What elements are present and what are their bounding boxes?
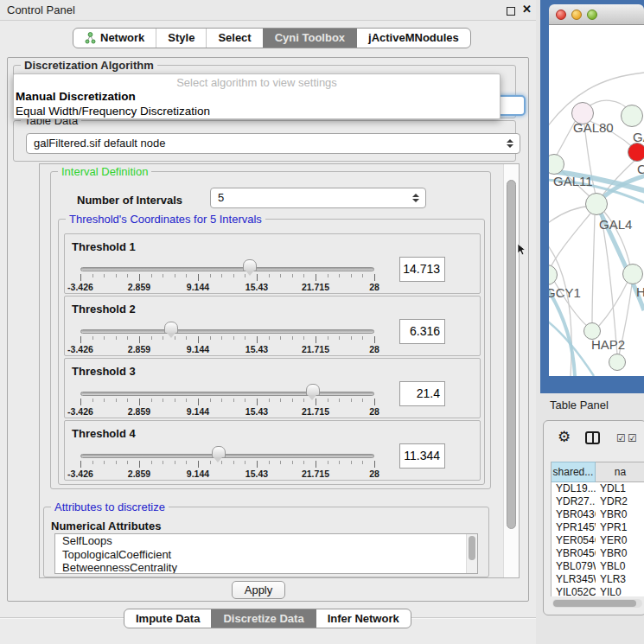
threshold-value-field[interactable]: 14.713: [399, 257, 445, 282]
tab-select[interactable]: Select: [206, 29, 262, 48]
network-node[interactable]: [585, 193, 608, 215]
checkbox-icon[interactable]: ☑: [616, 432, 626, 444]
slider-ruler: [80, 399, 374, 406]
zoom-traffic-light-icon[interactable]: [587, 10, 597, 20]
table-row[interactable]: YPR145WYPR1: [552, 521, 644, 534]
thresholds-group: Threshold's Coordinates for 5 Intervals …: [58, 219, 485, 485]
network-icon: [85, 32, 96, 44]
tick-label: 2.859: [128, 282, 150, 292]
tab-jactivemnodules[interactable]: jActiveMNodules: [356, 29, 470, 48]
slider-track[interactable]: [80, 267, 374, 271]
slider-track[interactable]: [80, 329, 374, 334]
cell-shared-name: YPR145W: [552, 521, 596, 534]
table-data-combo[interactable]: galFiltered.sif default node: [26, 133, 520, 154]
tick: [92, 274, 93, 277]
slider-track[interactable]: [80, 392, 374, 396]
close-icon[interactable]: ✕: [522, 3, 532, 16]
list-item[interactable]: SelfLoops: [55, 534, 477, 548]
float-window-icon[interactable]: [507, 7, 515, 16]
table-row[interactable]: YIL052CYIL0: [552, 586, 644, 596]
gear-icon[interactable]: ⚙: [558, 428, 571, 446]
checkbox-icon[interactable]: ☑: [628, 432, 637, 444]
minimize-traffic-light-icon[interactable]: [571, 10, 582, 20]
table-row[interactable]: YBL079WYBL0: [552, 560, 644, 573]
tick-label: 28: [369, 469, 379, 479]
tick: [127, 461, 128, 464]
threshold-value-field[interactable]: 21.4: [399, 381, 445, 406]
apply-button[interactable]: Apply: [232, 581, 285, 599]
slider-thumb[interactable]: [212, 446, 226, 458]
column-header-name[interactable]: na: [596, 462, 644, 482]
network-canvas[interactable]: GAL80GACGAL11GAL4GCY1HHAP2: [549, 25, 644, 376]
dropdown-option-equal-width-frequency[interactable]: Equal Width/Frequency Discretization: [14, 104, 500, 118]
tick: [92, 461, 93, 464]
interval-definition-group: Interval Definition Number of Intervals …: [50, 171, 491, 489]
tick: [80, 336, 81, 343]
dropdown-option-manual-discretization[interactable]: Manual Discretization: [14, 89, 500, 104]
tab-impute-data[interactable]: Impute Data: [124, 609, 211, 628]
tick: [233, 461, 234, 464]
tick: [139, 336, 140, 343]
cell-shared-name: YLR345W: [552, 573, 596, 586]
attributes-list[interactable]: SelfLoopsTopologicalCoefficientBetweenne…: [54, 533, 478, 574]
network-node[interactable]: [622, 264, 643, 284]
attributes-scrollbar[interactable]: [466, 534, 477, 573]
list-item[interactable]: BetweennessCentrality: [55, 561, 477, 574]
scrollbar-thumb[interactable]: [469, 536, 475, 560]
list-item[interactable]: TopologicalCoefficient: [55, 548, 477, 562]
network-window[interactable]: GAL80GACGAL11GAL4GCY1HHAP2: [549, 4, 644, 377]
tick: [80, 274, 81, 281]
spinner-icon: [412, 194, 419, 202]
tick: [303, 336, 304, 340]
table-row[interactable]: YBR043CYBR0: [552, 508, 644, 521]
mouse-cursor: [517, 243, 527, 260]
table-row[interactable]: YDL19...YDL1: [552, 482, 644, 495]
tab-style[interactable]: Style: [156, 29, 206, 48]
scrollbar-thumb[interactable]: [553, 600, 636, 607]
tick: [292, 399, 293, 402]
tick: [163, 274, 163, 277]
network-node[interactable]: [621, 105, 643, 127]
tab-label: Impute Data: [136, 609, 200, 628]
close-traffic-light-icon[interactable]: [556, 10, 566, 20]
network-node[interactable]: [628, 143, 644, 162]
table-row[interactable]: YER054CYER0: [552, 534, 644, 547]
tick-label: 9.144: [187, 344, 209, 354]
tick-label: 9.144: [187, 469, 209, 479]
slider-thumb[interactable]: [306, 384, 320, 396]
cell-name: YPR1: [596, 521, 644, 534]
column-header-shared-name[interactable]: shared...: [552, 462, 596, 482]
slider-track[interactable]: [80, 454, 374, 458]
table-row[interactable]: YDR27...YDR2: [552, 495, 644, 508]
vertical-scrollbar[interactable]: [503, 164, 520, 577]
tick: [303, 274, 304, 277]
tick: [233, 399, 234, 402]
scrollbar-thumb[interactable]: [507, 180, 516, 529]
cell-shared-name: YER054C: [552, 534, 596, 547]
columns-icon[interactable]: [585, 431, 600, 444]
tab-label: Discretize Data: [223, 609, 303, 628]
tick: [233, 336, 234, 340]
horizontal-scrollbar[interactable]: [552, 599, 642, 608]
table-row[interactable]: YLR345WYLR3: [552, 573, 644, 586]
tab-discretize-data[interactable]: Discretize Data: [211, 609, 315, 628]
tick-label: 2.859: [128, 344, 150, 354]
tick-label: 21.715: [302, 282, 329, 292]
application-window: Control Panel ✕ Network Style Select: [0, 0, 644, 644]
slider-thumb[interactable]: [164, 322, 178, 334]
tab-network[interactable]: Network: [73, 29, 156, 48]
network-node[interactable]: [609, 354, 626, 371]
tick: [175, 461, 175, 464]
number-of-intervals-combo[interactable]: 5: [210, 188, 426, 208]
tick: [127, 274, 128, 277]
tab-cyni-toolbox[interactable]: Cyni Toolbox: [263, 29, 356, 48]
node-label: GCY1: [549, 285, 581, 300]
slider-thumb[interactable]: [243, 259, 257, 271]
node-label: GAL80: [573, 120, 614, 135]
tick: [151, 399, 152, 402]
table-row[interactable]: YBR045CYBR0: [552, 547, 644, 560]
network-window-titlebar: [549, 4, 644, 25]
threshold-value-field[interactable]: 11.344: [399, 443, 445, 469]
threshold-value-field[interactable]: 6.316: [399, 319, 445, 344]
tab-infer-network[interactable]: Infer Network: [316, 609, 411, 628]
